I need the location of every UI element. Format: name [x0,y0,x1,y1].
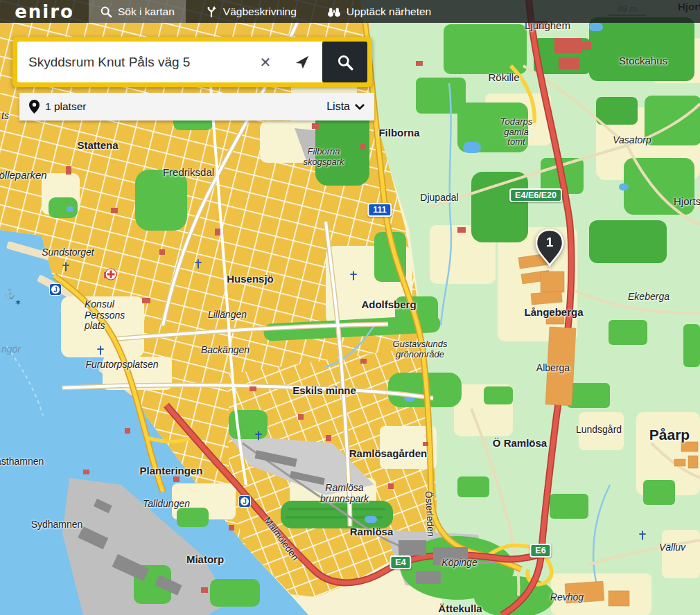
tab-label: Vägbeskrivning [223,6,297,18]
tab-search-map[interactable]: Sök i kartan [89,0,186,23]
search-icon [336,53,354,71]
search-submit-button[interactable] [322,42,367,82]
navigate-arrow-icon [295,55,310,70]
results-bar: 1 platser Lista [19,93,374,121]
app-stage: LjunghemHjort49 mRökilleStockahusTodarps… [0,0,700,615]
list-toggle[interactable]: Lista [326,100,365,113]
tab-directions[interactable]: Vägbeskrivning [194,0,308,23]
locate-button[interactable] [282,54,322,71]
binoculars-icon [327,6,341,18]
chevron-down-icon [355,104,365,110]
search-panel: ✕ [12,37,372,87]
tab-label: Upptäck närheten [347,6,431,18]
marker-label: 1 [534,235,565,250]
search-field-wrap: ✕ [17,42,322,82]
search-icon [100,6,112,18]
tab-label: Sök i kartan [118,6,175,18]
search-input[interactable] [17,55,250,70]
tab-discover-nearby[interactable]: Upptäck närheten [316,0,442,23]
map-marker-1[interactable]: 1 [534,229,565,270]
route-icon [205,6,218,18]
list-toggle-label: Lista [326,100,350,113]
clear-search-button[interactable]: ✕ [250,53,281,71]
eniro-logo[interactable]: eniro [0,0,89,23]
location-pin-icon [29,100,40,114]
results-count: 1 platser [45,100,86,113]
top-navbar: eniro Sök i kartan Vägbeskrivning [0,0,700,23]
